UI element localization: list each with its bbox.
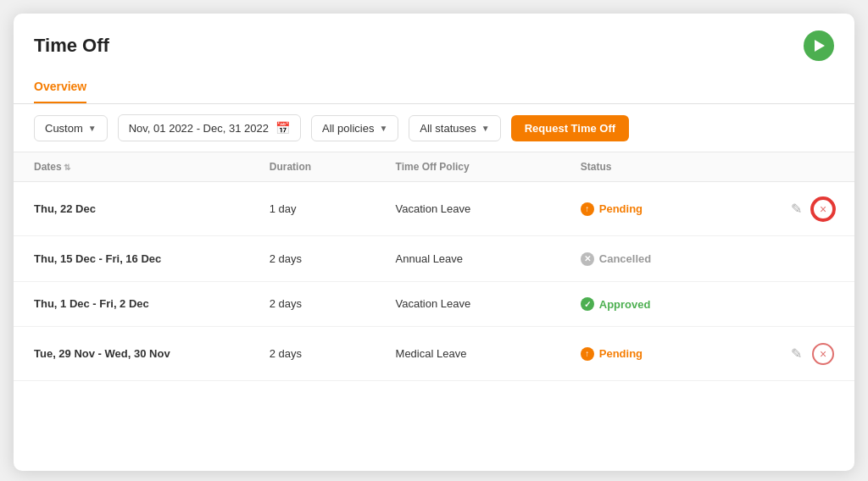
cell-status: ✕Cancelled [560,236,745,282]
cell-date: Tue, 29 Nov - Wed, 30 Nov [14,327,249,381]
all-policies-label: All policies [322,122,374,135]
cell-status: ↑Pending [560,327,745,381]
all-statuses-label: All statuses [420,122,476,135]
edit-button[interactable]: ✎ [787,197,805,220]
chevron-down-icon: ▼ [481,124,490,133]
chevron-down-icon: ▼ [88,124,97,133]
table-row: Tue, 29 Nov - Wed, 30 Nov2 daysMedical L… [14,327,854,381]
date-range-label: Nov, 01 2022 - Dec, 31 2022 [129,122,269,135]
pending-icon: ↑ [581,202,594,216]
status-label: Approved [599,298,651,311]
cell-actions [745,281,854,327]
tab-overview[interactable]: Overview [34,71,86,103]
cell-date: Thu, 22 Dec [14,182,249,236]
all-statuses-dropdown[interactable]: All statuses ▼ [409,115,500,141]
cell-actions: ✎× [745,182,854,236]
col-header-policy: Time Off Policy [376,152,560,182]
cell-duration: 1 day [249,182,376,236]
request-time-off-button[interactable]: Request Time Off [511,115,629,141]
cell-status: ✓Approved [560,281,745,327]
col-header-dates[interactable]: Dates [14,152,249,182]
cell-policy: Vacation Leave [376,182,560,236]
custom-dropdown[interactable]: Custom ▼ [34,115,108,141]
cell-status: ↑Pending [560,182,745,236]
cancelled-icon: ✕ [581,252,594,266]
toolbar: Custom ▼ Nov, 01 2022 - Dec, 31 2022 📅 A… [14,104,854,152]
edit-button[interactable]: ✎ [787,342,805,365]
cell-duration: 2 days [249,236,376,282]
cell-actions [745,236,854,282]
page-title: Time Off [34,35,109,57]
cell-date: Thu, 15 Dec - Fri, 16 Dec [14,236,249,282]
table-row: Thu, 22 Dec1 dayVacation Leave↑Pending✎× [14,182,854,236]
col-header-actions [745,152,854,182]
chevron-down-icon: ▼ [379,124,387,133]
time-off-window: Time Off Overview Custom ▼ Nov, 01 2022 … [14,14,854,471]
calendar-icon: 📅 [275,121,290,135]
col-header-status: Status [560,152,745,182]
time-off-table: Dates Duration Time Off Policy Status Th… [14,152,854,381]
status-label: Pending [599,347,643,360]
table-row: Thu, 15 Dec - Fri, 16 Dec2 daysAnnual Le… [14,236,854,282]
table-header-row: Dates Duration Time Off Policy Status [14,152,854,182]
status-label: Pending [599,202,643,215]
cell-policy: Vacation Leave [376,281,560,327]
cell-policy: Medical Leave [376,327,560,381]
cancel-button[interactable]: × [812,198,834,220]
approved-icon: ✓ [581,297,594,311]
pending-icon: ↑ [581,347,594,361]
tab-bar: Overview [14,71,854,104]
custom-label: Custom [45,122,83,135]
date-range-picker[interactable]: Nov, 01 2022 - Dec, 31 2022 📅 [118,114,301,141]
status-label: Cancelled [599,252,651,265]
page-header: Time Off [14,14,854,61]
cell-date: Thu, 1 Dec - Fri, 2 Dec [14,281,249,327]
cell-duration: 2 days [249,327,376,381]
table-row: Thu, 1 Dec - Fri, 2 Dec2 daysVacation Le… [14,281,854,327]
all-policies-dropdown[interactable]: All policies ▼ [311,115,398,141]
cell-actions: ✎× [745,327,854,381]
play-button[interactable] [804,30,834,61]
cancel-button[interactable]: × [812,343,834,365]
cell-policy: Annual Leave [376,236,560,282]
col-header-duration: Duration [249,152,376,182]
cell-duration: 2 days [249,281,376,327]
